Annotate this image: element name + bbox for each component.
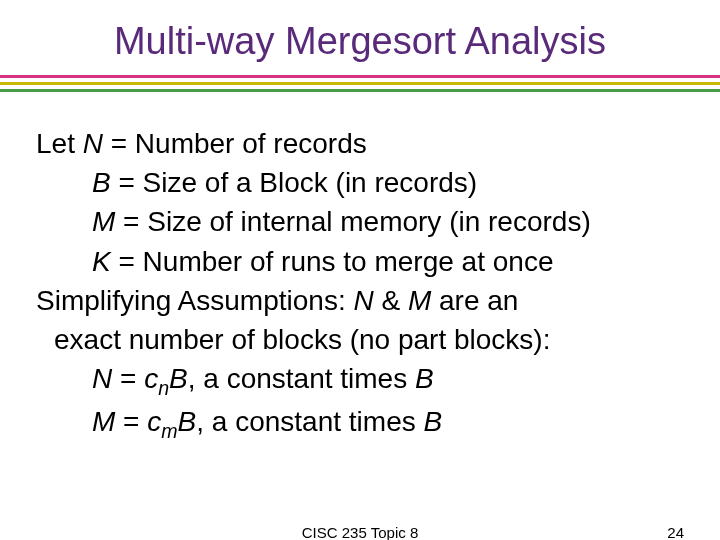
- meq-tail: , a constant times: [196, 406, 423, 437]
- def-m: = Size of internal memory (in records): [115, 206, 590, 237]
- line-simplifying-2: exact number of blocks (no part blocks):: [36, 320, 684, 359]
- line-b: B = Size of a Block (in records): [36, 163, 684, 202]
- meq-b2: B: [423, 406, 442, 437]
- def-n: = Number of records: [103, 128, 367, 159]
- simp-tail: are an: [431, 285, 518, 316]
- def-b: = Size of a Block (in records): [111, 167, 477, 198]
- slide-body: Let N = Number of records B = Size of a …: [0, 96, 720, 445]
- neq-c: c: [144, 363, 158, 394]
- let-word: Let: [36, 128, 83, 159]
- page-number: 24: [667, 524, 684, 540]
- divider-rules: [0, 75, 720, 92]
- var-m: M: [92, 206, 115, 237]
- neq-b: B: [169, 363, 188, 394]
- rule-green: [0, 89, 720, 92]
- line-n-eq: N = cnB, a constant times B: [36, 359, 684, 402]
- var-m2: M: [408, 285, 431, 316]
- amp: &: [374, 285, 408, 316]
- meq-m: M: [92, 406, 115, 437]
- line-m-eq: M = cmB, a constant times B: [36, 402, 684, 445]
- var-k: K: [92, 246, 111, 277]
- line-m: M = Size of internal memory (in records): [36, 202, 684, 241]
- meq-b: B: [178, 406, 197, 437]
- rule-magenta: [0, 75, 720, 78]
- def-k: = Number of runs to merge at once: [111, 246, 554, 277]
- line-k: K = Number of runs to merge at once: [36, 242, 684, 281]
- neq-b2: B: [415, 363, 434, 394]
- meq-sub: m: [161, 420, 177, 442]
- meq-eq: =: [115, 406, 147, 437]
- neq-tail: , a constant times: [188, 363, 415, 394]
- neq-n: N: [92, 363, 112, 394]
- slide-title: Multi-way Mergesort Analysis: [0, 0, 720, 75]
- var-b: B: [92, 167, 111, 198]
- var-n2: N: [353, 285, 373, 316]
- rule-yellow: [0, 82, 720, 85]
- meq-c: c: [147, 406, 161, 437]
- simp-label: Simplifying Assumptions:: [36, 285, 353, 316]
- line-simplifying-1: Simplifying Assumptions: N & M are an: [36, 281, 684, 320]
- line-let-n: Let N = Number of records: [36, 124, 684, 163]
- footer-course: CISC 235 Topic 8: [302, 524, 418, 540]
- neq-eq: =: [112, 363, 144, 394]
- neq-sub: n: [158, 377, 169, 399]
- var-n: N: [83, 128, 103, 159]
